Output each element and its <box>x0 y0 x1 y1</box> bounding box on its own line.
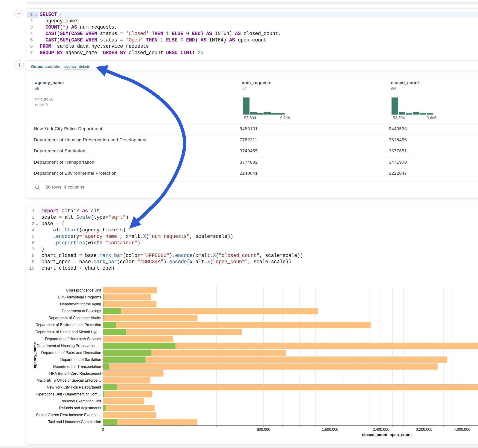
svg-text:800,000: 800,000 <box>257 428 270 431</box>
svg-text:Department of Environmental Pr: Department of Environmental Protection <box>36 323 101 327</box>
svg-text:2,400,000: 2,400,000 <box>373 428 389 431</box>
svg-text:3,200,000: 3,200,000 <box>416 428 432 431</box>
svg-text:Correspondence Unit: Correspondence Unit <box>66 288 101 292</box>
svg-text:0: 0 <box>102 428 104 431</box>
svg-text:Department of Transportation: Department of Transportation <box>53 365 101 368</box>
svg-text:Taxi and Limousine Commission: Taxi and Limousine Commission <box>48 420 101 424</box>
svg-text:HRA Benefit Card Replacement: HRA Benefit Card Replacement <box>49 372 101 375</box>
svg-text:Department of Consumer Affairs: Department of Consumer Affairs <box>48 316 101 320</box>
svg-text:Personal Exemption Unit: Personal Exemption Unit <box>60 399 101 403</box>
svg-text:Department of Health and Menta: Department of Health and Mental Hyg… <box>36 330 101 334</box>
svg-text:Department of Homeless Service: Department of Homeless Services <box>45 337 101 341</box>
svg-text:Refunds and Adjustments: Refunds and Adjustments <box>59 406 101 410</box>
svg-text:Department of Sanitation: Department of Sanitation <box>60 358 101 361</box>
svg-text:4,000,000: 4,000,000 <box>454 428 470 431</box>
svg-text:Senior Citizen Rent Increase E: Senior Citizen Rent Increase Exempti… <box>36 413 101 417</box>
svg-text:Department of Buildings: Department of Buildings <box>62 309 101 313</box>
svg-text:1,600,000: 1,600,000 <box>322 428 338 431</box>
svg-text:Department of Housing Preserva: Department of Housing Preservation … <box>37 344 101 348</box>
svg-text:Mayorâ€ s Office of Special: Mayorâ€ s Office of Special Enforce… <box>37 378 101 382</box>
svg-text:Department for the Aging: Department for the Aging <box>60 302 101 306</box>
svg-text:DHS Advantage Programs: DHS Advantage Programs <box>58 295 101 299</box>
svg-text:Operations Unit - Department o: Operations Unit - Department of Hom… <box>37 392 101 396</box>
svg-text:New York City Police Departmen: New York City Police Department <box>47 385 101 389</box>
svg-text:agency_name: agency_name <box>33 342 37 368</box>
svg-text:Department of Parks and Recrea: Department of Parks and Recreation <box>41 351 101 355</box>
svg-text:closed_count, open_count: closed_count, open_count <box>362 433 412 437</box>
